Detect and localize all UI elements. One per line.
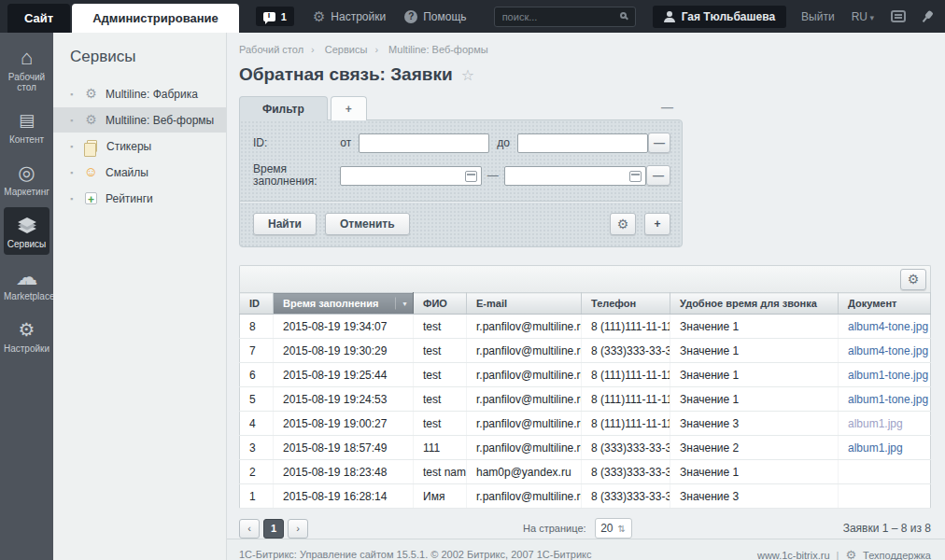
footer-support-link[interactable]: Техподдержка <box>863 550 931 560</box>
menu-item[interactable]: Стикеры <box>53 133 226 159</box>
language-selector[interactable]: RU <box>852 10 874 23</box>
calendar-icon[interactable] <box>629 171 642 182</box>
prev-page-button[interactable]: ‹ <box>239 519 260 539</box>
breadcrumb-item[interactable]: Multiline: Веб-формы <box>388 44 488 55</box>
filter-collapse-button[interactable]: — <box>661 100 673 114</box>
rail-item[interactable]: Сервисы <box>4 207 49 255</box>
menu-item-icon <box>87 140 97 152</box>
cell-name: test <box>414 412 467 436</box>
menu-item[interactable]: Multiline: Веб-формы <box>53 107 226 133</box>
cell-name: test <box>414 387 467 412</box>
document-link[interactable]: album1-tone.jpg <box>848 393 928 406</box>
grid-settings-button[interactable]: ⚙ <box>900 269 926 290</box>
topbar-help-button[interactable]: Помощь <box>404 10 466 23</box>
cell-time: 2015-08-19 16:28:14 <box>274 484 414 509</box>
document-link[interactable]: album1.jpg <box>848 441 903 455</box>
cell-id: 8 <box>240 315 274 339</box>
table-row[interactable]: 7 2015-08-19 19:30:29 test r.panfilov@mu… <box>240 339 931 363</box>
page-number-button[interactable]: 1 <box>263 519 284 539</box>
filter-time-to-input[interactable] <box>504 166 646 186</box>
rail-item[interactable]: Рабочий стол <box>4 40 49 98</box>
next-page-button[interactable]: › <box>288 519 308 539</box>
menu-item[interactable]: Multiline: Фабрика <box>53 81 226 106</box>
sort-arrow-icon[interactable]: ▼ <box>395 298 408 310</box>
rail-item-icon <box>4 161 49 185</box>
table-row[interactable]: 2 2015-08-19 18:23:48 test name ham0p@ya… <box>240 460 931 484</box>
topbar-settings-button[interactable]: ⚙ Настройки <box>313 9 386 23</box>
rail-item[interactable]: Контент <box>4 103 49 150</box>
messenger-icon[interactable] <box>891 10 906 22</box>
cell-time: 2015-08-19 18:57:49 <box>274 436 414 460</box>
left-rail: Рабочий стол Контент Маркетинг Сервисы M… <box>0 33 53 560</box>
rail-item[interactable]: Настройки <box>4 312 49 359</box>
pin-icon[interactable] <box>918 7 937 26</box>
document-link[interactable]: album1-tone.jpg <box>848 369 928 382</box>
cell-name: test <box>414 363 467 387</box>
results-grid: ⚙ ID ▼ Время <box>239 265 931 509</box>
favorite-star-icon[interactable]: ☆ <box>461 66 474 84</box>
filter-add-tab-button[interactable]: + <box>331 96 367 120</box>
breadcrumb-item[interactable]: Сервисы <box>325 44 386 55</box>
notifications-button[interactable]: 1 <box>256 7 294 26</box>
filter-tab[interactable]: Фильтр <box>239 96 328 120</box>
column-header[interactable]: Время заполнения ▼ <box>274 293 414 315</box>
filter-time-from-input[interactable] <box>340 166 482 186</box>
column-header[interactable]: ФИО ▼ <box>414 293 467 315</box>
menu-item[interactable]: Рейтинги <box>53 186 226 211</box>
column-header[interactable]: E-mail ▼ <box>467 293 582 315</box>
rail-item-icon <box>4 46 49 70</box>
tab-admin[interactable]: Администрирование <box>72 4 239 33</box>
cell-id: 7 <box>240 339 274 363</box>
cell-phone: 8 (111)111-11-11 <box>582 412 670 436</box>
help-icon <box>404 10 417 23</box>
cell-email: r.panfilov@multiline.ru <box>467 436 582 460</box>
help-label: Помощь <box>423 10 466 23</box>
gear-icon: ⚙ <box>845 549 856 560</box>
rail-item[interactable]: Маркетинг <box>4 155 49 203</box>
document-link[interactable]: album4-tone.jpg <box>848 344 928 357</box>
cell-email: r.panfilov@multiline.ru <box>467 363 582 387</box>
search-icon[interactable] <box>620 12 627 19</box>
table-row[interactable]: 4 2015-08-19 19:00:27 test r.panfilov@mu… <box>240 412 931 436</box>
calendar-icon[interactable] <box>465 171 477 182</box>
column-header[interactable]: Телефон ▼ <box>582 293 670 315</box>
column-header[interactable]: ID ▼ <box>240 293 274 315</box>
filter-id-from-input[interactable] <box>359 133 489 153</box>
column-header[interactable]: Документ ▼ <box>839 293 931 315</box>
breadcrumb-item[interactable]: Рабочий стол <box>239 44 322 55</box>
rail-item-label: Сервисы <box>7 239 46 249</box>
find-button[interactable]: Найти <box>253 213 317 235</box>
cell-email: r.panfilov@multiline.ru <box>467 387 582 412</box>
filter-from-label: от <box>340 136 351 149</box>
filter-add-field-button[interactable]: + <box>644 213 670 235</box>
menu-item-label: Multiline: Фабрика <box>106 88 198 101</box>
settings-label: Настройки <box>331 10 386 23</box>
filter-remove-row-button[interactable]: — <box>648 133 670 153</box>
rail-item-icon <box>4 108 49 133</box>
cancel-button[interactable]: Отменить <box>325 213 410 235</box>
footer-site-link[interactable]: www.1c-bitrix.ru <box>757 550 830 560</box>
table-row[interactable]: 5 2015-08-19 19:24:53 test r.panfilov@mu… <box>240 387 931 412</box>
rail-item[interactable]: Marketplace <box>4 259 49 307</box>
table-row[interactable]: 6 2015-08-19 19:25:44 test r.panfilov@mu… <box>240 363 931 387</box>
cell-id: 2 <box>240 460 274 484</box>
filter-id-to-input[interactable] <box>517 133 648 153</box>
menu-item[interactable]: Смайлы <box>53 160 226 185</box>
document-link[interactable]: album4-tone.jpg <box>848 320 928 333</box>
filter-settings-button[interactable]: ⚙ <box>610 213 636 235</box>
search-input[interactable] <box>494 7 636 27</box>
per-page-select[interactable]: 20 ⇅ <box>595 518 632 539</box>
column-header[interactable]: Удобное время для звонка ▼ <box>670 293 839 315</box>
document-link[interactable]: album1.jpg <box>848 417 903 430</box>
column-header-label: Документ <box>848 298 896 309</box>
cell-name: test name <box>414 460 467 484</box>
filter-to-label: до <box>497 136 510 149</box>
filter-remove-row-button[interactable]: — <box>646 165 670 186</box>
logout-link[interactable]: Выйти <box>801 10 835 23</box>
table-row[interactable]: 8 2015-08-19 19:34:07 test r.panfilov@mu… <box>240 315 931 339</box>
cell-time: 2015-08-19 19:24:53 <box>274 387 414 412</box>
tab-site[interactable]: Сайт <box>7 4 70 33</box>
table-row[interactable]: 3 2015-08-19 18:57:49 111 r.panfilov@mul… <box>240 436 931 460</box>
table-row[interactable]: 1 2015-08-19 16:28:14 Имя r.panfilov@mul… <box>240 484 931 509</box>
user-menu-button[interactable]: Гая Тюльбашева <box>653 6 786 28</box>
